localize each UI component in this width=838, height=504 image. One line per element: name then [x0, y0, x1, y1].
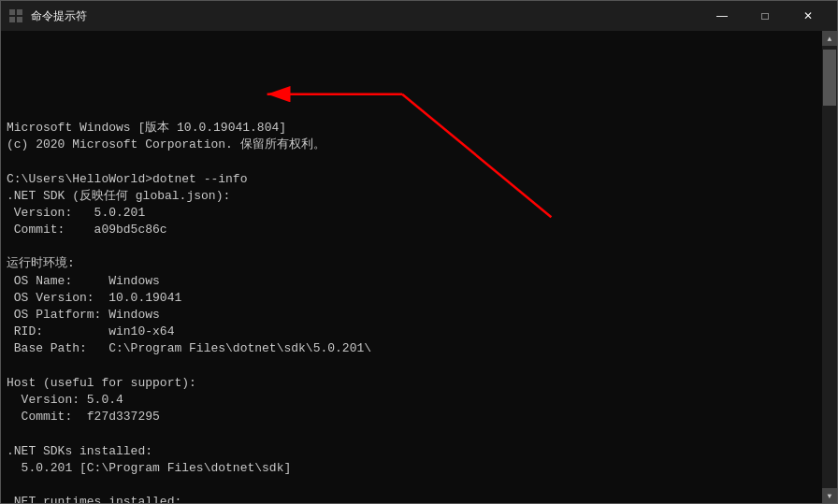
window-icon	[8, 8, 23, 23]
terminal-line: OS Name: Windows	[7, 273, 816, 290]
terminal-line: Version: 5.0.201	[7, 205, 816, 222]
svg-rect-2	[9, 17, 15, 22]
cmd-window: 命令提示符 — □ ✕ Microsoft Windows [	[0, 0, 838, 504]
close-button[interactable]: ✕	[787, 1, 830, 31]
terminal-lines: Microsoft Windows [版本 10.0.19041.804](c)…	[7, 120, 816, 503]
svg-rect-1	[17, 9, 22, 15]
terminal-line: (c) 2020 Microsoft Corporation. 保留所有权利。	[7, 137, 816, 153]
window-title: 命令提示符	[31, 8, 701, 24]
terminal-line: Version: 5.0.4	[7, 392, 816, 409]
scrollbar-thumb[interactable]	[823, 50, 836, 106]
terminal-line	[7, 358, 816, 375]
window-controls: — □ ✕	[701, 1, 830, 31]
terminal-line: OS Version: 10.0.19041	[7, 290, 816, 307]
maximize-button[interactable]: □	[744, 1, 787, 31]
terminal-line: RID: win10-x64	[7, 324, 816, 340]
scroll-down-button[interactable]: ▼	[822, 488, 837, 503]
terminal-line: Commit: a09bd5c86c	[7, 222, 816, 238]
scroll-up-button[interactable]: ▲	[822, 31, 837, 46]
terminal-line	[7, 425, 816, 442]
svg-rect-0	[9, 9, 15, 15]
terminal-line: Microsoft Windows [版本 10.0.19041.804]	[7, 120, 816, 137]
scrollbar[interactable]: ▲ ▼	[822, 31, 837, 503]
scrollbar-track[interactable]	[822, 46, 837, 488]
terminal-line: .NET SDKs installed:	[7, 443, 816, 460]
terminal-output[interactable]: Microsoft Windows [版本 10.0.19041.804](c)…	[1, 31, 822, 503]
terminal-line: Commit: f27d337295	[7, 409, 816, 425]
terminal-line	[7, 238, 816, 255]
minimize-button[interactable]: —	[701, 1, 744, 31]
terminal-line: C:\Users\HelloWorld>dotnet --info	[7, 171, 816, 188]
terminal-line	[7, 153, 816, 170]
terminal-line: Host (useful for support):	[7, 375, 816, 392]
terminal-line: .NET runtimes installed:	[7, 494, 816, 503]
terminal-line: 运行时环境:	[7, 255, 816, 272]
terminal-line: OS Platform: Windows	[7, 307, 816, 324]
terminal-line	[7, 477, 816, 494]
content-area: Microsoft Windows [版本 10.0.19041.804](c)…	[1, 31, 837, 503]
title-bar: 命令提示符 — □ ✕	[1, 1, 837, 31]
terminal-line: 5.0.201 [C:\Program Files\dotnet\sdk]	[7, 460, 816, 477]
terminal-line: .NET SDK (反映任何 global.json):	[7, 188, 816, 205]
svg-rect-3	[17, 17, 22, 22]
terminal-line: Base Path: C:\Program Files\dotnet\sdk\5…	[7, 340, 816, 357]
